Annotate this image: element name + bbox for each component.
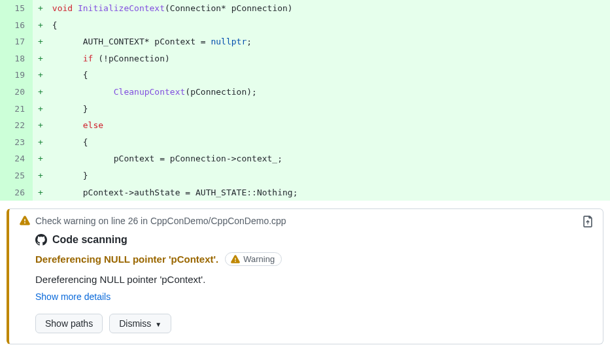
code-content: AUTH_CONTEXT* pContext = nullptr; bbox=[47, 33, 610, 50]
diff-addition-marker: + bbox=[33, 117, 47, 134]
jump-to-file-icon[interactable] bbox=[582, 216, 594, 229]
line-number[interactable]: 16 bbox=[0, 17, 33, 34]
code-content: if (!pConnection) bbox=[47, 50, 610, 67]
alert-header: Check warning on line 26 in CppConDemo/C… bbox=[20, 216, 592, 226]
line-number[interactable]: 19 bbox=[0, 67, 33, 84]
line-number[interactable]: 24 bbox=[0, 150, 33, 167]
alert-action-buttons: Show paths Dismiss ▼ bbox=[35, 314, 592, 333]
code-scanning-title-row: Code scanning bbox=[35, 234, 592, 246]
code-line: 23+ { bbox=[0, 134, 610, 151]
line-number[interactable]: 21 bbox=[0, 101, 33, 118]
code-content: void InitializeContext(Connection* pConn… bbox=[47, 0, 610, 17]
code-content: } bbox=[47, 167, 610, 184]
code-content: pContext = pConnection->context_; bbox=[47, 150, 610, 167]
diff-addition-marker: + bbox=[33, 167, 47, 184]
diff-addition-marker: + bbox=[33, 84, 47, 101]
line-number[interactable]: 23 bbox=[0, 134, 33, 151]
dismiss-label: Dismiss bbox=[119, 318, 151, 329]
severity-pill: Warning bbox=[225, 252, 282, 266]
warning-triangle-icon bbox=[231, 255, 240, 264]
code-line: 21+ } bbox=[0, 101, 610, 118]
code-scanning-alert-panel: Check warning on line 26 in CppConDemo/C… bbox=[7, 208, 603, 344]
diff-addition-marker: + bbox=[33, 101, 47, 118]
code-line: 16+ { bbox=[0, 17, 610, 34]
code-content: } bbox=[47, 101, 610, 118]
code-content: CleanupContext(pConnection); bbox=[47, 84, 610, 101]
code-line: 20+ CleanupContext(pConnection); bbox=[0, 84, 610, 101]
code-line: 17+ AUTH_CONTEXT* pContext = nullptr; bbox=[0, 33, 610, 50]
alert-description: Dereferencing NULL pointer 'pContext'. bbox=[35, 274, 592, 285]
diff-addition-marker: + bbox=[33, 33, 47, 50]
diff-addition-marker: + bbox=[33, 67, 47, 84]
show-paths-button[interactable]: Show paths bbox=[35, 314, 103, 333]
code-line: 24+ pContext = pConnection->context_; bbox=[0, 150, 610, 167]
line-number[interactable]: 17 bbox=[0, 33, 33, 50]
alert-title: Dereferencing NULL pointer 'pContext'. bbox=[35, 254, 218, 265]
line-number[interactable]: 25 bbox=[0, 167, 33, 184]
alert-title-row: Dereferencing NULL pointer 'pContext'. W… bbox=[35, 252, 592, 266]
show-paths-label: Show paths bbox=[45, 318, 93, 329]
code-content: else bbox=[47, 117, 610, 134]
diff-code-block: 15+ void InitializeContext(Connection* p… bbox=[0, 0, 610, 201]
severity-label: Warning bbox=[243, 254, 275, 264]
code-content: { bbox=[47, 67, 610, 84]
diff-addition-marker: + bbox=[33, 17, 47, 34]
dismiss-button[interactable]: Dismiss ▼ bbox=[109, 314, 171, 333]
code-line: 26+ pContext->authState = AUTH_STATE::No… bbox=[0, 184, 610, 201]
code-line: 22+ else bbox=[0, 117, 610, 134]
diff-addition-marker: + bbox=[33, 134, 47, 151]
line-number[interactable]: 22 bbox=[0, 117, 33, 134]
show-more-details-link[interactable]: Show more details bbox=[35, 291, 592, 302]
code-line: 18+ if (!pConnection) bbox=[0, 50, 610, 67]
line-number[interactable]: 26 bbox=[0, 184, 33, 201]
diff-addition-marker: + bbox=[33, 50, 47, 67]
code-content: pContext->authState = AUTH_STATE::Nothin… bbox=[47, 184, 610, 201]
line-number[interactable]: 15 bbox=[0, 0, 33, 17]
line-number[interactable]: 18 bbox=[0, 50, 33, 67]
diff-addition-marker: + bbox=[33, 150, 47, 167]
alert-header-text: Check warning on line 26 in CppConDemo/C… bbox=[35, 216, 286, 226]
code-content: { bbox=[47, 17, 610, 34]
github-icon bbox=[35, 234, 47, 246]
line-number[interactable]: 20 bbox=[0, 84, 33, 101]
caret-down-icon: ▼ bbox=[155, 321, 161, 328]
diff-addition-marker: + bbox=[33, 0, 47, 17]
diff-addition-marker: + bbox=[33, 184, 47, 201]
code-line: 15+ void InitializeContext(Connection* p… bbox=[0, 0, 610, 17]
code-line: 19+ { bbox=[0, 67, 610, 84]
warning-triangle-icon bbox=[20, 216, 30, 226]
code-content: { bbox=[47, 134, 610, 151]
code-scanning-title: Code scanning bbox=[52, 234, 127, 246]
code-line: 25+ } bbox=[0, 167, 610, 184]
